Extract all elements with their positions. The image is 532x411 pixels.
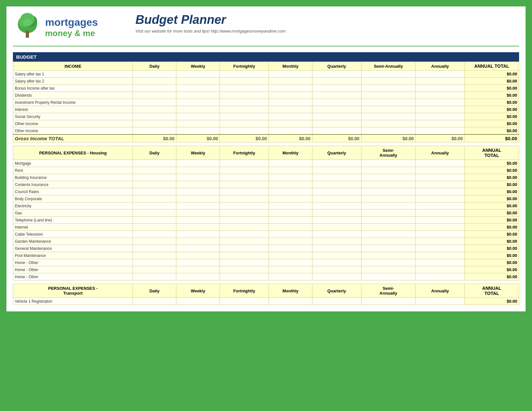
housing-fortnightly-2[interactable] <box>220 174 269 181</box>
housing-annually-9[interactable] <box>416 224 465 231</box>
transport-weekly-0[interactable] <box>176 298 220 305</box>
housing-weekly-1[interactable] <box>176 167 220 174</box>
housing-daily-16[interactable] <box>133 273 176 280</box>
housing-semi-8[interactable] <box>361 217 416 224</box>
housing-monthly-2[interactable] <box>269 174 312 181</box>
housing-monthly-11[interactable] <box>269 238 312 245</box>
housing-quarterly-2[interactable] <box>312 174 361 181</box>
housing-quarterly-16[interactable] <box>312 273 361 280</box>
income-weekly-4[interactable] <box>176 99 220 106</box>
housing-daily-7[interactable] <box>133 210 176 217</box>
income-quarterly-6[interactable] <box>312 113 361 120</box>
housing-fortnightly-9[interactable] <box>220 224 269 231</box>
income-annually-4[interactable] <box>416 99 465 106</box>
transport-daily-0[interactable] <box>133 298 176 305</box>
housing-monthly-9[interactable] <box>269 224 312 231</box>
housing-fortnightly-14[interactable] <box>220 259 269 266</box>
income-annually-5[interactable] <box>416 106 465 113</box>
income-daily-7[interactable] <box>133 120 176 127</box>
housing-semi-15[interactable] <box>361 266 416 273</box>
housing-semi-9[interactable] <box>361 224 416 231</box>
income-quarterly-4[interactable] <box>312 99 361 106</box>
housing-semi-12[interactable] <box>361 245 416 252</box>
income-monthly-6[interactable] <box>269 113 312 120</box>
income-daily-0[interactable] <box>133 71 176 78</box>
housing-quarterly-3[interactable] <box>312 181 361 188</box>
housing-monthly-13[interactable] <box>269 252 312 259</box>
housing-annually-0[interactable] <box>416 160 465 167</box>
housing-quarterly-5[interactable] <box>312 195 361 202</box>
income-daily-2[interactable] <box>133 85 176 92</box>
housing-monthly-7[interactable] <box>269 210 312 217</box>
housing-semi-13[interactable] <box>361 252 416 259</box>
housing-fortnightly-11[interactable] <box>220 238 269 245</box>
housing-daily-3[interactable] <box>133 181 176 188</box>
income-monthly-3[interactable] <box>269 92 312 99</box>
transport-semi-0[interactable] <box>361 298 416 305</box>
transport-quarterly-0[interactable] <box>312 298 361 305</box>
income-annually-1[interactable] <box>416 78 465 85</box>
housing-annually-10[interactable] <box>416 231 465 238</box>
housing-weekly-16[interactable] <box>176 273 220 280</box>
housing-weekly-10[interactable] <box>176 231 220 238</box>
housing-semi-5[interactable] <box>361 195 416 202</box>
housing-monthly-4[interactable] <box>269 188 312 195</box>
income-monthly-7[interactable] <box>269 120 312 127</box>
housing-quarterly-10[interactable] <box>312 231 361 238</box>
housing-daily-12[interactable] <box>133 245 176 252</box>
housing-fortnightly-15[interactable] <box>220 266 269 273</box>
income-monthly-5[interactable] <box>269 106 312 113</box>
housing-quarterly-9[interactable] <box>312 224 361 231</box>
housing-annually-12[interactable] <box>416 245 465 252</box>
income-quarterly-8[interactable] <box>312 127 361 135</box>
income-annually-0[interactable] <box>416 71 465 78</box>
housing-weekly-4[interactable] <box>176 188 220 195</box>
income-weekly-1[interactable] <box>176 78 220 85</box>
housing-fortnightly-3[interactable] <box>220 181 269 188</box>
housing-monthly-5[interactable] <box>269 195 312 202</box>
housing-semi-1[interactable] <box>361 167 416 174</box>
income-daily-8[interactable] <box>133 127 176 135</box>
housing-daily-11[interactable] <box>133 238 176 245</box>
income-fortnightly-6[interactable] <box>220 113 269 120</box>
housing-semi-14[interactable] <box>361 259 416 266</box>
housing-quarterly-14[interactable] <box>312 259 361 266</box>
housing-weekly-14[interactable] <box>176 259 220 266</box>
housing-weekly-15[interactable] <box>176 266 220 273</box>
housing-monthly-14[interactable] <box>269 259 312 266</box>
income-monthly-8[interactable] <box>269 127 312 135</box>
housing-fortnightly-12[interactable] <box>220 245 269 252</box>
income-quarterly-2[interactable] <box>312 85 361 92</box>
income-weekly-0[interactable] <box>176 71 220 78</box>
income-monthly-0[interactable] <box>269 71 312 78</box>
income-monthly-4[interactable] <box>269 99 312 106</box>
housing-fortnightly-4[interactable] <box>220 188 269 195</box>
income-weekly-6[interactable] <box>176 113 220 120</box>
housing-monthly-8[interactable] <box>269 217 312 224</box>
housing-monthly-1[interactable] <box>269 167 312 174</box>
income-fortnightly-8[interactable] <box>220 127 269 135</box>
housing-monthly-6[interactable] <box>269 202 312 210</box>
housing-monthly-16[interactable] <box>269 273 312 280</box>
housing-annually-1[interactable] <box>416 167 465 174</box>
housing-quarterly-6[interactable] <box>312 202 361 210</box>
housing-daily-6[interactable] <box>133 202 176 210</box>
income-weekly-2[interactable] <box>176 85 220 92</box>
housing-monthly-0[interactable] <box>269 160 312 167</box>
housing-fortnightly-5[interactable] <box>220 195 269 202</box>
housing-daily-9[interactable] <box>133 224 176 231</box>
housing-daily-8[interactable] <box>133 217 176 224</box>
housing-quarterly-8[interactable] <box>312 217 361 224</box>
income-quarterly-0[interactable] <box>312 71 361 78</box>
housing-quarterly-0[interactable] <box>312 160 361 167</box>
housing-annually-8[interactable] <box>416 217 465 224</box>
transport-monthly-0[interactable] <box>269 298 312 305</box>
housing-daily-4[interactable] <box>133 188 176 195</box>
housing-semi-6[interactable] <box>361 202 416 210</box>
housing-fortnightly-0[interactable] <box>220 160 269 167</box>
housing-semi-16[interactable] <box>361 273 416 280</box>
housing-semi-4[interactable] <box>361 188 416 195</box>
housing-fortnightly-6[interactable] <box>220 202 269 210</box>
housing-weekly-5[interactable] <box>176 195 220 202</box>
income-fortnightly-4[interactable] <box>220 99 269 106</box>
